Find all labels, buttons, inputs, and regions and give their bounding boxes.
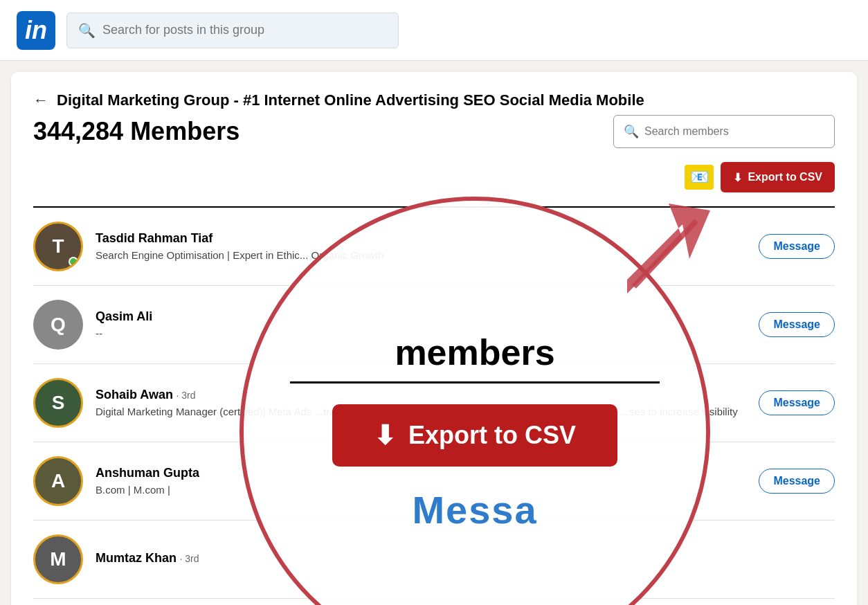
member-bio: B.com | M.com | bbox=[96, 482, 759, 497]
member-name: Sohaib Awan bbox=[96, 388, 173, 401]
linkedin-logo: in bbox=[17, 11, 55, 50]
download-icon-small: ⬇ bbox=[733, 171, 742, 184]
member-name: Anshuman Gupta bbox=[96, 466, 199, 480]
message-button[interactable]: Message bbox=[759, 234, 835, 259]
search-bar-nav[interactable]: 🔍 bbox=[66, 12, 399, 48]
avatar: A bbox=[33, 456, 83, 506]
members-count: 344,284 Members bbox=[33, 117, 239, 146]
member-bio: Search Engine Optimisation | Expert in E… bbox=[96, 248, 759, 262]
members-section-header: 344,284 Members 🔍 bbox=[33, 115, 835, 148]
member-degree: · 3rd bbox=[176, 390, 195, 401]
message-button[interactable]: Message bbox=[759, 390, 835, 415]
search-members-input[interactable] bbox=[644, 125, 824, 138]
avatar: Q bbox=[33, 300, 83, 350]
member-info: Qasim Ali -- bbox=[96, 309, 759, 341]
table-row: T Tasdid Rahman Tiaf Search Engine Optim… bbox=[33, 208, 835, 286]
online-dot bbox=[69, 257, 78, 267]
export-row: 📧 ⬇ Export to CSV bbox=[33, 162, 835, 192]
group-title: Digital Marketing Group - #1 Internet On… bbox=[57, 91, 644, 109]
member-info: Sohaib Awan · 3rd Digital Marketing Mana… bbox=[96, 388, 759, 419]
table-row: Q Qasim Ali -- Message bbox=[33, 286, 835, 364]
top-navigation: in 🔍 bbox=[0, 0, 868, 61]
member-bio: Digital Marketing Manager (certified)| M… bbox=[96, 404, 759, 419]
message-button[interactable]: Message bbox=[759, 312, 835, 337]
member-bio: -- bbox=[96, 326, 759, 341]
avatar: S bbox=[33, 378, 83, 428]
main-card: ← Digital Marketing Group - #1 Internet … bbox=[11, 72, 857, 605]
member-name: Qasim Ali bbox=[96, 309, 152, 323]
member-info: Mumtaz Khan · 3rd bbox=[96, 551, 759, 568]
avatar: T bbox=[33, 222, 83, 271]
export-csv-button-small[interactable]: ⬇ Export to CSV bbox=[721, 162, 835, 192]
member-degree: · 3rd bbox=[179, 553, 199, 564]
avatar: M bbox=[33, 534, 83, 584]
search-members-box[interactable]: 🔍 bbox=[613, 115, 835, 148]
search-icon: 🔍 bbox=[78, 22, 96, 39]
table-row: A Anshuman Gupta B.com | M.com | Message bbox=[33, 442, 835, 521]
members-list: T Tasdid Rahman Tiaf Search Engine Optim… bbox=[33, 206, 835, 599]
back-arrow-icon[interactable]: ← bbox=[33, 91, 48, 109]
search-input[interactable] bbox=[102, 23, 387, 37]
group-header: ← Digital Marketing Group - #1 Internet … bbox=[33, 91, 835, 109]
member-info: Tasdid Rahman Tiaf Search Engine Optimis… bbox=[96, 231, 759, 262]
search-members-icon: 🔍 bbox=[624, 124, 639, 139]
member-name: Mumtaz Khan bbox=[96, 551, 177, 565]
table-row: S Sohaib Awan · 3rd Digital Marketing Ma… bbox=[33, 364, 835, 442]
member-name: Tasdid Rahman Tiaf bbox=[96, 231, 213, 245]
table-row: M Mumtaz Khan · 3rd Message bbox=[33, 521, 835, 599]
member-info: Anshuman Gupta B.com | M.com | bbox=[96, 466, 759, 497]
export-email-icon: 📧 bbox=[685, 165, 714, 190]
message-button[interactable]: Message bbox=[759, 469, 835, 494]
